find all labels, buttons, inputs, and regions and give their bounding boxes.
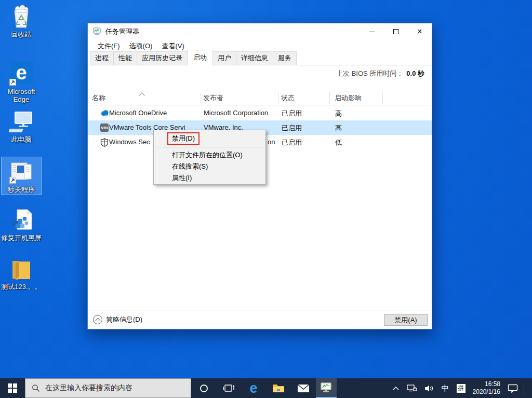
ime-mode-button[interactable]: 拼 bbox=[454, 378, 468, 398]
tab-details[interactable]: 详细信息 bbox=[236, 51, 273, 65]
taskbar: 在这里输入你要搜索的内容 e bbox=[0, 378, 532, 398]
desktop-icon-microsoft-edge[interactable]: e Microsoft Edge bbox=[1, 60, 42, 103]
file-explorer-button[interactable] bbox=[266, 378, 291, 398]
column-header-impact[interactable]: 启动影响 bbox=[335, 93, 362, 103]
action-center-icon bbox=[508, 384, 518, 393]
recycle-bin-icon bbox=[9, 4, 34, 29]
desktop-icon-recycle-bin[interactable]: 回收站 bbox=[1, 4, 42, 38]
tab-services[interactable]: 服务 bbox=[273, 51, 297, 65]
row-impact: 低 bbox=[335, 138, 342, 147]
menu-view[interactable]: 查看(V) bbox=[157, 40, 189, 52]
task-manager-icon bbox=[320, 382, 332, 393]
tray-date: 2020/1/16 bbox=[473, 388, 500, 396]
task-manager-app-icon bbox=[93, 28, 101, 36]
pinyin-indicator: 拼 bbox=[457, 384, 466, 393]
tab-startup[interactable]: 启动 bbox=[187, 50, 213, 65]
action-center-button[interactable] bbox=[505, 378, 521, 398]
column-header-publisher[interactable]: 发布者 bbox=[203, 93, 223, 103]
ime-language-button[interactable]: 中 bbox=[439, 378, 452, 398]
window-title: 任务管理器 bbox=[105, 27, 139, 36]
network-status-button[interactable] bbox=[404, 378, 420, 398]
edge-icon: e bbox=[249, 381, 257, 395]
fewer-details-toggle[interactable]: 简略信息(D) bbox=[106, 315, 142, 324]
table-header: 名称 发布者 状态 启动影响 bbox=[88, 91, 432, 105]
close-icon: × bbox=[417, 28, 422, 36]
desktop-icon-label: 回收站 bbox=[1, 31, 42, 38]
tab-processes[interactable]: 进程 bbox=[90, 51, 114, 65]
app-window-icon bbox=[9, 159, 34, 184]
desktop-icon-this-pc[interactable]: 此电脑 bbox=[1, 109, 42, 143]
footer-bar: 简略信息(D) 禁用(A) bbox=[88, 310, 432, 329]
disable-button[interactable]: 禁用(A) bbox=[384, 314, 428, 326]
windows-security-shield-icon bbox=[100, 138, 109, 146]
desktop-icon-test-folder[interactable]: 测试123.。。 bbox=[1, 256, 42, 291]
system-tray: 中 拼 16:58 2020/1/16 bbox=[390, 378, 532, 398]
collapse-details-icon[interactable] bbox=[93, 315, 102, 324]
menu-bar: 文件(F) 选项(O) 查看(V) bbox=[88, 40, 432, 52]
tab-users[interactable]: 用户 bbox=[212, 51, 236, 65]
vmware-icon: vm bbox=[100, 123, 109, 132]
task-view-icon bbox=[223, 383, 234, 393]
edge-icon: e bbox=[9, 61, 34, 86]
shortcut-arrow-icon bbox=[9, 79, 16, 86]
tray-expand-button[interactable] bbox=[390, 378, 402, 398]
row-status: 已启用 bbox=[282, 123, 302, 133]
desktop-icon-label: 修复开机黑屏 bbox=[1, 234, 42, 242]
taskbar-search-box[interactable]: 在这里输入你要搜索的内容 bbox=[25, 378, 191, 398]
desktop-icon-label: 秒关程序 bbox=[2, 186, 41, 194]
edge-taskbar-button[interactable]: e bbox=[241, 378, 266, 398]
column-divider bbox=[278, 92, 279, 104]
context-menu-item-disable[interactable]: 禁用(D) bbox=[154, 132, 265, 146]
sort-ascending-icon bbox=[140, 92, 144, 97]
desktop-icon-label: 测试123.。。 bbox=[1, 283, 42, 291]
title-bar[interactable]: 任务管理器 × bbox=[88, 23, 432, 40]
row-publisher-fragment: on bbox=[268, 138, 275, 146]
context-menu-item-open-file-location[interactable]: 打开文件所在的位置(O) bbox=[154, 149, 265, 161]
maximize-button[interactable] bbox=[384, 23, 408, 40]
row-impact: 高 bbox=[335, 123, 342, 133]
start-button[interactable] bbox=[0, 378, 25, 398]
row-impact: 高 bbox=[335, 109, 342, 118]
bios-time-label: 上次 BIOS 所用时间： bbox=[336, 70, 403, 77]
volume-button[interactable] bbox=[422, 378, 437, 398]
minimize-icon bbox=[369, 32, 375, 32]
row-status: 已启用 bbox=[282, 138, 302, 147]
context-menu-item-search-online[interactable]: 在线搜索(S) bbox=[154, 161, 265, 172]
minimize-button[interactable] bbox=[360, 23, 384, 40]
task-manager-taskbar-button[interactable] bbox=[316, 378, 337, 398]
clock[interactable]: 16:58 2020/1/16 bbox=[470, 378, 503, 398]
menu-separator bbox=[155, 147, 264, 147]
mail-button[interactable] bbox=[291, 378, 316, 398]
column-header-name[interactable]: 名称 bbox=[92, 93, 105, 103]
this-pc-icon bbox=[9, 109, 34, 134]
task-view-button[interactable] bbox=[216, 378, 241, 398]
cortana-button[interactable] bbox=[191, 378, 216, 398]
bios-time-value: 0.0 秒 bbox=[406, 70, 424, 77]
folder-icon bbox=[9, 256, 34, 281]
tray-divider bbox=[524, 384, 524, 396]
desktop-icon-app-shortcut[interactable]: 秒关程序 bbox=[1, 157, 42, 195]
tab-app-history[interactable]: 应用历史记录 bbox=[137, 51, 188, 65]
desktop-icon-label: Microsoft Edge bbox=[1, 88, 42, 103]
windows-logo-icon bbox=[8, 383, 17, 393]
tab-strip: 进程 性能 应用历史记录 启动 用户 详细信息 服务 bbox=[88, 52, 432, 65]
network-icon bbox=[407, 384, 417, 392]
search-icon bbox=[32, 384, 40, 392]
desktop-icon-registry-fix[interactable]: 修复开机黑屏 bbox=[1, 208, 42, 242]
column-divider bbox=[201, 92, 201, 104]
onedrive-cloud-icon bbox=[100, 109, 109, 117]
registry-file-icon bbox=[9, 208, 34, 232]
column-header-status[interactable]: 状态 bbox=[281, 93, 295, 103]
file-explorer-icon bbox=[272, 383, 285, 393]
table-row[interactable]: Microsoft OneDrive Microsoft Corporation… bbox=[88, 106, 432, 120]
close-button[interactable]: × bbox=[408, 23, 432, 40]
menu-file[interactable]: 文件(F) bbox=[93, 40, 125, 52]
chevron-up-icon bbox=[392, 386, 400, 391]
menu-options[interactable]: 选项(O) bbox=[125, 40, 157, 52]
row-name: Windows Sec bbox=[109, 138, 150, 146]
tab-performance[interactable]: 性能 bbox=[113, 51, 137, 65]
row-name: Microsoft OneDrive bbox=[109, 109, 167, 117]
desktop-icon-label: 此电脑 bbox=[1, 135, 42, 143]
context-menu-item-properties[interactable]: 属性(I) bbox=[154, 172, 265, 184]
maximize-icon bbox=[393, 29, 398, 34]
